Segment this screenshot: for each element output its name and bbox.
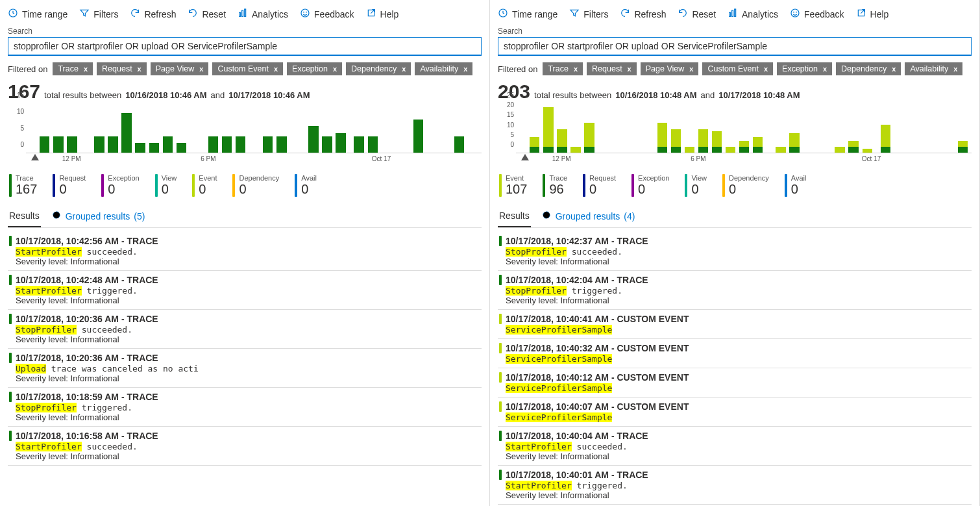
filters-button[interactable]: Filters	[79, 8, 118, 20]
results-tabs: Results Grouped results (5)	[8, 206, 482, 228]
feedback-button[interactable]: Feedback	[300, 8, 354, 20]
chip-remove-icon[interactable]: x	[402, 65, 406, 73]
result-row[interactable]: 10/17/2018, 10:18:59 AM - TRACE StopProf…	[8, 388, 482, 427]
result-row[interactable]: 10/17/2018, 10:42:04 AM - TRACE StopProf…	[498, 271, 972, 310]
svg-point-14	[794, 12, 794, 12]
result-row[interactable]: 10/17/2018, 10:42:48 AM - TRACE StartPro…	[8, 271, 482, 310]
filter-chip[interactable]: Availabilityx	[905, 62, 962, 75]
chart-plot[interactable]	[516, 104, 972, 153]
toolbar: Time rangeFiltersRefreshResetAnalyticsFe…	[498, 5, 972, 27]
svg-point-13	[791, 9, 799, 17]
chip-remove-icon[interactable]: x	[689, 65, 693, 73]
analytics-button[interactable]: Analytics	[728, 8, 778, 20]
filter-chip[interactable]: Dependencyx	[836, 62, 901, 75]
result-row[interactable]: 10/17/2018, 10:40:07 AM - CUSTOM EVENT S…	[498, 398, 972, 427]
filter-chip[interactable]: Tracex	[53, 62, 93, 75]
row-type-icon	[499, 236, 502, 246]
filter-chip[interactable]: Requestx	[587, 62, 637, 75]
result-row[interactable]: 10/17/2018, 10:42:37 AM - TRACE StopProf…	[498, 232, 972, 271]
tab-results[interactable]: Results	[498, 206, 531, 227]
chip-remove-icon[interactable]: x	[199, 65, 203, 73]
legend-item[interactable]: Exception 0	[631, 174, 669, 197]
legend-item[interactable]: Request 0	[53, 174, 86, 197]
tab-grouped-results[interactable]: Grouped results (5)	[50, 206, 147, 227]
filter-icon	[79, 8, 90, 20]
legend-item[interactable]: Dependency 0	[232, 174, 279, 197]
svg-rect-11	[732, 10, 733, 16]
feedback-button[interactable]: Feedback	[790, 8, 844, 20]
legend-item[interactable]: Event 107	[499, 174, 527, 197]
result-row[interactable]: 10/17/2018, 10:42:56 AM - TRACE StartPro…	[8, 232, 482, 271]
reset-button[interactable]: Reset	[188, 8, 226, 20]
help-button[interactable]: Help	[366, 8, 399, 20]
filter-chip[interactable]: Requestx	[97, 62, 147, 75]
filters-button[interactable]: Filters	[569, 8, 608, 20]
row-type-icon	[9, 353, 12, 363]
chart-legend: Event 107 Trace 96 Request 0 Exception 0	[498, 174, 972, 197]
filter-chip[interactable]: Availabilityx	[415, 62, 472, 75]
search-label: Search	[8, 27, 482, 36]
reset-button[interactable]: Reset	[678, 8, 716, 20]
timeline-chart[interactable]: 0510152025 12 PM6 PMOct 17	[498, 104, 972, 162]
help-button[interactable]: Help	[856, 8, 889, 20]
filter-row: Filtered on TracexRequestxPage ViewxCust…	[498, 62, 972, 75]
filter-chip[interactable]: Tracex	[543, 62, 583, 75]
result-row[interactable]: 10/17/2018, 10:40:04 AM - TRACE StartPro…	[498, 427, 972, 466]
refresh-button[interactable]: Refresh	[130, 8, 176, 20]
result-row[interactable]: 10/17/2018, 10:40:01 AM - TRACE StartPro…	[498, 466, 972, 505]
result-row[interactable]: 10/17/2018, 10:16:58 AM - TRACE StartPro…	[8, 427, 482, 466]
chip-remove-icon[interactable]: x	[953, 65, 957, 73]
filter-chip[interactable]: Exceptionx	[287, 62, 342, 75]
legend-item[interactable]: Avail 0	[785, 174, 807, 197]
analytics-icon	[238, 8, 248, 20]
filter-chip[interactable]: Exceptionx	[777, 62, 832, 75]
legend-color-icon	[631, 174, 634, 197]
legend-item[interactable]: Event 0	[192, 174, 217, 197]
chart-plot[interactable]	[26, 104, 482, 153]
result-row[interactable]: 10/17/2018, 10:20:36 AM - TRACE StopProf…	[8, 310, 482, 349]
chip-remove-icon[interactable]: x	[463, 65, 467, 73]
legend-item[interactable]: View 0	[155, 174, 177, 197]
refresh-icon	[130, 8, 140, 20]
legend-item[interactable]: Request 0	[583, 174, 616, 197]
filter-chip[interactable]: Page Viewx	[641, 62, 699, 75]
row-type-icon	[9, 314, 12, 324]
legend-color-icon	[9, 174, 12, 197]
tab-grouped-results[interactable]: Grouped results (4)	[540, 206, 637, 227]
time-range-button[interactable]: Time range	[498, 8, 557, 20]
smile-icon	[300, 8, 310, 20]
timeline-chart[interactable]: 051015 12 PM6 PMOct 17	[8, 104, 482, 162]
chip-remove-icon[interactable]: x	[628, 65, 631, 73]
time-range-button[interactable]: Time range	[8, 8, 67, 20]
chip-remove-icon[interactable]: x	[764, 65, 768, 73]
analytics-button[interactable]: Analytics	[238, 8, 288, 20]
legend-item[interactable]: View 0	[685, 174, 707, 197]
chip-remove-icon[interactable]: x	[892, 65, 896, 73]
filter-chip[interactable]: Custom Eventx	[212, 62, 283, 75]
row-type-icon	[9, 431, 12, 441]
legend-item[interactable]: Dependency 0	[722, 174, 769, 197]
filter-chip[interactable]: Dependencyx	[346, 62, 411, 75]
result-row[interactable]: 10/17/2018, 10:40:32 AM - CUSTOM EVENT S…	[498, 339, 972, 368]
legend-color-icon	[53, 174, 55, 197]
legend-item[interactable]: Trace 96	[543, 174, 567, 197]
refresh-button[interactable]: Refresh	[620, 8, 666, 20]
chip-remove-icon[interactable]: x	[823, 65, 827, 73]
search-input[interactable]	[8, 37, 482, 56]
legend-item[interactable]: Trace 167	[9, 174, 37, 197]
legend-item[interactable]: Exception 0	[101, 174, 139, 197]
chip-remove-icon[interactable]: x	[574, 65, 578, 73]
result-row[interactable]: 10/17/2018, 10:40:41 AM - CUSTOM EVENT S…	[498, 310, 972, 339]
chip-remove-icon[interactable]: x	[84, 65, 88, 73]
filter-chip[interactable]: Page Viewx	[151, 62, 209, 75]
chip-remove-icon[interactable]: x	[138, 65, 141, 73]
tab-results[interactable]: Results	[8, 206, 41, 227]
result-row[interactable]: 10/17/2018, 10:20:36 AM - TRACE Upload t…	[8, 349, 482, 388]
chip-remove-icon[interactable]: x	[274, 65, 278, 73]
time-marker-icon	[521, 154, 529, 160]
legend-item[interactable]: Avail 0	[295, 174, 317, 197]
filter-chip[interactable]: Custom Eventx	[702, 62, 773, 75]
search-input[interactable]	[498, 37, 972, 56]
result-row[interactable]: 10/17/2018, 10:40:12 AM - CUSTOM EVENT S…	[498, 368, 972, 398]
chip-remove-icon[interactable]: x	[333, 65, 337, 73]
